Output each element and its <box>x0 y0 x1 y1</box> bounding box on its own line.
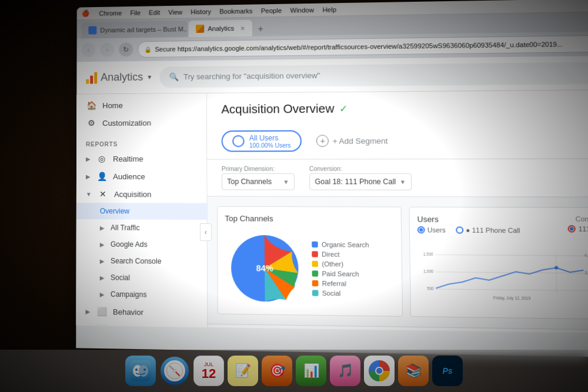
legend-label-referral: Referral <box>322 280 346 287</box>
sidebar-label-customization: Customization <box>102 118 151 127</box>
legend-other: (Other) <box>312 260 369 268</box>
pie-chart-panel: Top Channels <box>217 206 403 317</box>
dock-item-safari[interactable] <box>159 356 190 386</box>
sidebar-collapse-button[interactable]: ‹ <box>200 223 212 241</box>
radio-dot-users <box>417 226 425 234</box>
sidebar-item-alltraffic[interactable]: ▶ All Traffic <box>76 219 207 236</box>
sidebar-label-acquisition: Acquisition <box>114 190 151 199</box>
sidebar-item-searchconsole[interactable]: ▶ Search Console <box>76 252 207 270</box>
address-bar[interactable]: 🔒 Secure https://analytics.google.com/an… <box>138 35 588 58</box>
ga-main-content: Acquisition Overview ✓ All Users 100.00%… <box>207 90 588 333</box>
sidebar-label-realtime: Realtime <box>113 154 143 163</box>
conversions-expand: ▶ <box>85 326 90 327</box>
audience-expand: ▶ <box>86 173 91 179</box>
primary-dimension-select[interactable]: Top Channels ▼ <box>222 173 295 190</box>
legend-dot-direct <box>312 251 318 257</box>
people-menu[interactable]: People <box>261 6 282 14</box>
apple-menu[interactable]: 🍎 <box>82 9 90 17</box>
search-icon: 🔍 <box>169 72 179 81</box>
radio-conversion[interactable]: 111... <box>568 225 588 233</box>
sidebar-nav-section: 🏠 Home ⚙ Customization <box>76 93 206 134</box>
sidebar-label-campaigns: Campaigns <box>111 290 147 299</box>
dock-item-calendar[interactable]: Jul 12 <box>193 356 224 386</box>
sidebar-item-behavior[interactable]: ▶ ⬜ Behavior <box>76 302 207 322</box>
edit-menu[interactable]: Edit <box>149 9 160 16</box>
legend-dot-social <box>312 290 319 296</box>
legend-dot-organic <box>312 242 318 247</box>
bookmarks-menu[interactable]: Bookmarks <box>219 7 252 15</box>
tab-analytics[interactable]: Analytics ✕ <box>189 20 252 38</box>
refresh-button[interactable]: ↻ <box>119 42 133 56</box>
dock-item-ibooks[interactable]: 📚 <box>398 356 429 386</box>
bar-1 <box>86 79 89 83</box>
radio-users[interactable]: Users <box>417 226 446 234</box>
dock-item-numbers[interactable]: 📊 <box>296 356 326 386</box>
dock-item-keynote[interactable]: 🎯 <box>262 356 292 386</box>
behavior-section-label: Users <box>328 331 348 333</box>
dock-item-chrome[interactable] <box>364 356 395 386</box>
ga-search[interactable]: 🔍 Try searching for "acquisition overvie… <box>159 62 588 88</box>
sidebar-item-overview[interactable]: Overview <box>76 203 207 220</box>
new-tab-button[interactable]: + <box>253 22 268 36</box>
pie-chart-title: Top Channels <box>225 214 393 224</box>
all-users-segment[interactable]: All Users 100.00% Users <box>222 130 302 152</box>
legend-label-paid: Paid Search <box>322 270 359 277</box>
add-segment-button[interactable]: + + Add Segment <box>309 130 396 152</box>
tab-close-analytics[interactable]: ✕ <box>240 25 245 31</box>
dock-item-notes[interactable]: 📝 <box>228 356 258 386</box>
dock-item-itunes[interactable]: 🎵 <box>330 356 360 386</box>
segment-circle <box>232 135 245 147</box>
sidebar-item-googleads[interactable]: ▶ Google Ads <box>76 236 207 253</box>
browser-chrome: Dynamic ad targets – Bust M... ✕ Analyti… <box>76 12 588 62</box>
sidebar-item-audience[interactable]: ▶ 👤 Audience <box>76 167 206 185</box>
legend-dot-other <box>312 261 318 267</box>
line-chart-panel: Users Users ● 111 Phone Call <box>409 207 588 320</box>
safari-icon <box>161 357 189 385</box>
sidebar-label-conversions: Conversions <box>113 325 156 327</box>
sidebar-item-campaigns[interactable]: ▶ Campaigns <box>76 286 207 304</box>
ga-dropdown-arrow[interactable]: ▼ <box>146 74 152 81</box>
svg-point-2 <box>139 365 148 377</box>
forward-button[interactable]: › <box>100 43 114 57</box>
sidebar-item-acquisition[interactable]: ▼ ✕ Acquisition <box>76 185 207 203</box>
legend-social: Social <box>312 289 370 297</box>
ga-logo: Analytics ▼ <box>86 71 152 84</box>
dock-item-finder[interactable] <box>125 356 156 386</box>
sidebar-item-home[interactable]: 🏠 Home <box>76 96 206 115</box>
conversion-select[interactable]: Goal 18: 111 Phone Call ▼ <box>309 173 412 190</box>
ibooks-icon: 📚 <box>406 363 422 378</box>
sidebar-item-realtime[interactable]: ▶ ◎ Realtime <box>76 150 206 168</box>
home-icon: 🏠 <box>86 100 96 110</box>
finder-icon <box>130 360 151 381</box>
sidebar-item-social[interactable]: ▶ Social <box>76 269 207 287</box>
back-button[interactable]: ‹ <box>81 43 95 57</box>
pie-svg: 84% <box>225 229 305 308</box>
sidebar-item-conversions[interactable]: ▶ 📊 Conversions <box>76 320 207 327</box>
legend-dot-referral <box>312 280 319 286</box>
sidebar-item-customization[interactable]: ⚙ Customization <box>76 113 206 132</box>
file-menu[interactable]: File <box>130 9 141 16</box>
history-menu[interactable]: History <box>191 8 211 15</box>
segments-row: All Users 100.00% Users + + Add Segment <box>221 122 588 159</box>
sidebar-label-audience: Audience <box>113 172 145 180</box>
tab-favicon-analytics <box>196 25 204 33</box>
tab-dynamic-ad[interactable]: Dynamic ad targets – Bust M... ✕ <box>82 21 188 38</box>
primary-dimension-label: Primary Dimension: <box>222 166 295 172</box>
legend-paid: Paid Search <box>312 270 370 277</box>
primary-dimension-value: Top Channels <box>227 177 272 186</box>
window-menu[interactable]: Window <box>290 6 314 14</box>
view-menu[interactable]: View <box>168 8 182 15</box>
help-menu[interactable]: Help <box>322 6 336 13</box>
chrome-menu[interactable]: Chrome <box>99 9 122 16</box>
numbers-icon: 📊 <box>303 363 319 378</box>
bar-3 <box>94 72 97 83</box>
ga-layout: 🏠 Home ⚙ Customization REPORTS ▶ ◎ Realt… <box>76 90 588 333</box>
primary-dimension-arrow: ▼ <box>283 179 289 185</box>
radio-phone[interactable]: ● 111 Phone Call <box>456 226 520 234</box>
sidebar-label-searchconsole: Search Console <box>111 257 162 266</box>
y-label-1000: 1,000 <box>423 269 434 274</box>
charts-area: Top Channels <box>207 196 588 329</box>
legend-organic: Organic Search <box>312 241 369 249</box>
ga-sidebar: 🏠 Home ⚙ Customization REPORTS ▶ ◎ Realt… <box>76 93 208 327</box>
dock-item-ps[interactable]: Ps <box>432 356 463 386</box>
